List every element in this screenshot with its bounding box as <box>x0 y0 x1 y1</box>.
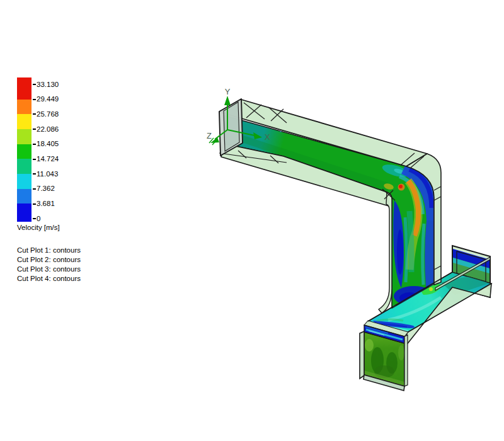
legend-tick-mark <box>33 113 36 115</box>
legend-tick-mark <box>33 99 36 100</box>
legend-tick-label: 18.405 <box>37 140 59 148</box>
legend-tick-mark <box>33 144 36 145</box>
legend-tick-mark <box>33 159 36 160</box>
cut-plot-list: Cut Plot 1: contoursCut Plot 2: contours… <box>17 246 81 284</box>
legend-tick-mark <box>33 84 36 85</box>
cut-plot-label: Cut Plot 3: contours <box>17 265 81 274</box>
legend-color-band <box>17 129 32 144</box>
legend-tick-label: 25.768 <box>37 110 59 118</box>
legend-tick-label: 14.724 <box>37 155 59 163</box>
legend-tick-mark <box>33 218 36 219</box>
legend-color-band <box>17 203 32 222</box>
legend-color-band <box>17 189 32 204</box>
legend-color-band <box>17 174 32 189</box>
legend-title: Velocity [m/s] <box>17 224 60 231</box>
vertical-left-wall <box>379 192 392 313</box>
legend-color-band <box>17 144 32 159</box>
legend-tick-label: 29.449 <box>37 95 59 103</box>
legend-tick-label: 33.130 <box>37 81 59 89</box>
cut-plot-label: Cut Plot 2: contours <box>17 255 81 265</box>
legend-color-band <box>17 114 32 129</box>
legend-tick-mark <box>33 203 36 205</box>
cut-plot-label: Cut Plot 1: contours <box>17 246 81 255</box>
axis-x-label: X <box>265 132 270 142</box>
velocity-colorbar-legend: 33.13029.44925.76822.08618.40514.72411.0… <box>17 77 99 222</box>
legend-tick-label: 3.681 <box>37 200 55 208</box>
near-outlet-box <box>360 321 408 391</box>
legend-tick-mark <box>33 188 36 190</box>
legend-tick-mark <box>33 173 36 175</box>
legend-colorbar <box>17 77 32 222</box>
legend-tick-label: 22.086 <box>37 125 59 134</box>
axis-z-label: Z <box>207 131 212 140</box>
cut-plot-main-contour <box>224 115 434 313</box>
flow-simulation-canvas: Y X Z 33.13029.44925.76822.08618.40514.7… <box>0 0 504 441</box>
legend-color-band <box>17 100 32 115</box>
axis-y-label: Y <box>225 87 231 96</box>
legend-color-band <box>17 77 32 100</box>
legend-tick-mark <box>33 129 36 130</box>
y-axis-arrow-icon <box>224 96 231 105</box>
legend-tick-label: 7.362 <box>37 185 55 193</box>
legend-color-band <box>17 159 32 174</box>
cut-plot-label: Cut Plot 4: contours <box>17 274 81 284</box>
legend-tick-label: 11.043 <box>37 170 58 178</box>
legend-tick-label: 0 <box>37 215 40 223</box>
